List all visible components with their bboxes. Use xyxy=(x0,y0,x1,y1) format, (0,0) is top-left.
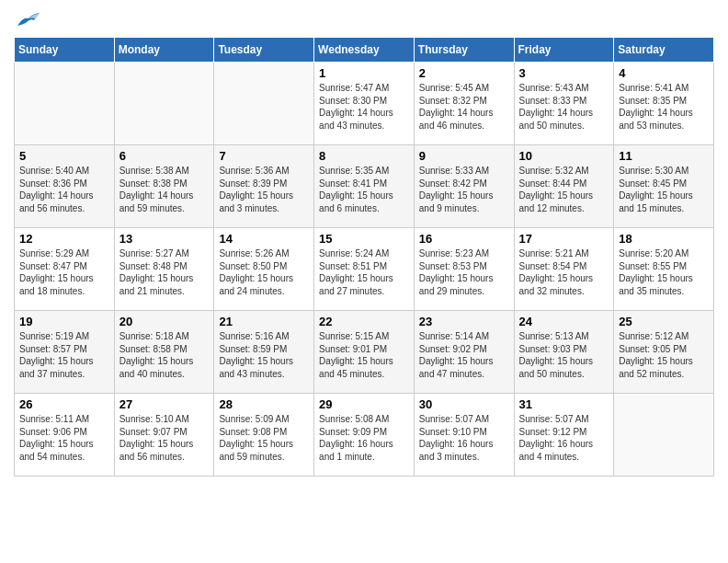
day-info: Sunrise: 5:35 AM Sunset: 8:41 PM Dayligh… xyxy=(319,165,409,214)
day-info: Sunrise: 5:13 AM Sunset: 9:03 PM Dayligh… xyxy=(519,330,609,380)
day-number: 2 xyxy=(419,66,509,80)
day-info: Sunrise: 5:16 AM Sunset: 8:59 PM Dayligh… xyxy=(219,330,309,380)
day-number: 16 xyxy=(419,232,509,246)
calendar-week-row: 19Sunrise: 5:19 AM Sunset: 8:57 PM Dayli… xyxy=(15,311,714,394)
calendar-cell: 10Sunrise: 5:32 AM Sunset: 8:44 PM Dayli… xyxy=(514,145,614,228)
calendar-cell: 27Sunrise: 5:10 AM Sunset: 9:07 PM Dayli… xyxy=(114,394,214,477)
day-header-wednesday: Wednesday xyxy=(314,38,415,63)
day-info: Sunrise: 5:07 AM Sunset: 9:12 PM Dayligh… xyxy=(519,413,609,463)
logo xyxy=(14,9,41,29)
calendar-cell: 28Sunrise: 5:09 AM Sunset: 9:08 PM Dayli… xyxy=(214,394,314,477)
day-info: Sunrise: 5:26 AM Sunset: 8:50 PM Dayligh… xyxy=(219,247,309,297)
day-number: 1 xyxy=(319,66,409,80)
day-info: Sunrise: 5:27 AM Sunset: 8:48 PM Dayligh… xyxy=(119,247,210,297)
calendar-cell xyxy=(214,63,314,145)
calendar-header: SundayMondayTuesdayWednesdayThursdayFrid… xyxy=(15,38,714,63)
calendar-cell: 23Sunrise: 5:14 AM Sunset: 9:02 PM Dayli… xyxy=(414,311,514,394)
calendar-table: SundayMondayTuesdayWednesdayThursdayFrid… xyxy=(14,37,714,477)
calendar-cell: 16Sunrise: 5:23 AM Sunset: 8:53 PM Dayli… xyxy=(414,228,514,311)
day-info: Sunrise: 5:09 AM Sunset: 9:08 PM Dayligh… xyxy=(219,413,309,463)
day-info: Sunrise: 5:30 AM Sunset: 8:45 PM Dayligh… xyxy=(619,165,709,214)
day-number: 17 xyxy=(519,232,609,246)
calendar-cell: 13Sunrise: 5:27 AM Sunset: 8:48 PM Dayli… xyxy=(114,228,214,311)
day-number: 4 xyxy=(619,66,709,80)
calendar-cell: 5Sunrise: 5:40 AM Sunset: 8:36 PM Daylig… xyxy=(15,145,115,228)
day-header-friday: Friday xyxy=(514,38,614,63)
calendar-cell: 29Sunrise: 5:08 AM Sunset: 9:09 PM Dayli… xyxy=(314,394,415,477)
day-info: Sunrise: 5:38 AM Sunset: 8:38 PM Dayligh… xyxy=(119,165,210,214)
calendar-cell xyxy=(114,63,214,145)
day-info: Sunrise: 5:32 AM Sunset: 8:44 PM Dayligh… xyxy=(519,165,609,214)
calendar-cell: 2Sunrise: 5:45 AM Sunset: 8:32 PM Daylig… xyxy=(414,63,514,145)
calendar-week-row: 5Sunrise: 5:40 AM Sunset: 8:36 PM Daylig… xyxy=(15,145,714,228)
calendar-cell: 19Sunrise: 5:19 AM Sunset: 8:57 PM Dayli… xyxy=(15,311,115,394)
day-info: Sunrise: 5:43 AM Sunset: 8:33 PM Dayligh… xyxy=(519,82,609,132)
calendar-cell: 8Sunrise: 5:35 AM Sunset: 8:41 PM Daylig… xyxy=(314,145,415,228)
calendar-cell: 6Sunrise: 5:38 AM Sunset: 8:38 PM Daylig… xyxy=(114,145,214,228)
calendar-cell: 11Sunrise: 5:30 AM Sunset: 8:45 PM Dayli… xyxy=(614,145,714,228)
calendar-cell: 20Sunrise: 5:18 AM Sunset: 8:58 PM Dayli… xyxy=(114,311,214,394)
day-number: 25 xyxy=(619,315,709,328)
day-number: 5 xyxy=(19,149,109,163)
calendar-cell: 15Sunrise: 5:24 AM Sunset: 8:51 PM Dayli… xyxy=(314,228,415,311)
day-number: 9 xyxy=(419,149,509,163)
day-number: 14 xyxy=(219,232,309,246)
page-header xyxy=(14,9,714,29)
calendar-cell: 21Sunrise: 5:16 AM Sunset: 8:59 PM Dayli… xyxy=(214,311,314,394)
day-info: Sunrise: 5:23 AM Sunset: 8:53 PM Dayligh… xyxy=(419,247,509,297)
day-number: 21 xyxy=(219,315,309,328)
calendar-week-row: 1Sunrise: 5:47 AM Sunset: 8:30 PM Daylig… xyxy=(15,63,714,145)
calendar-cell: 22Sunrise: 5:15 AM Sunset: 9:01 PM Dayli… xyxy=(314,311,415,394)
day-number: 27 xyxy=(119,397,210,411)
calendar-week-row: 12Sunrise: 5:29 AM Sunset: 8:47 PM Dayli… xyxy=(15,228,714,311)
calendar-cell: 14Sunrise: 5:26 AM Sunset: 8:50 PM Dayli… xyxy=(214,228,314,311)
calendar-cell: 12Sunrise: 5:29 AM Sunset: 8:47 PM Dayli… xyxy=(15,228,115,311)
day-header-saturday: Saturday xyxy=(614,38,714,63)
day-number: 19 xyxy=(19,315,109,328)
day-info: Sunrise: 5:11 AM Sunset: 9:06 PM Dayligh… xyxy=(19,413,109,463)
day-number: 30 xyxy=(419,397,509,411)
day-info: Sunrise: 5:20 AM Sunset: 8:55 PM Dayligh… xyxy=(619,247,709,297)
calendar-body: 1Sunrise: 5:47 AM Sunset: 8:30 PM Daylig… xyxy=(15,63,714,477)
day-number: 31 xyxy=(519,397,609,411)
day-number: 7 xyxy=(219,149,309,163)
logo-bird-icon xyxy=(16,9,41,29)
calendar-cell xyxy=(614,394,714,477)
day-number: 22 xyxy=(319,315,409,328)
day-number: 3 xyxy=(519,66,609,80)
day-number: 6 xyxy=(119,149,210,163)
calendar-cell: 18Sunrise: 5:20 AM Sunset: 8:55 PM Dayli… xyxy=(614,228,714,311)
day-number: 20 xyxy=(119,315,210,328)
calendar-cell: 4Sunrise: 5:41 AM Sunset: 8:35 PM Daylig… xyxy=(614,63,714,145)
day-number: 26 xyxy=(19,397,109,411)
day-info: Sunrise: 5:47 AM Sunset: 8:30 PM Dayligh… xyxy=(319,82,409,132)
day-info: Sunrise: 5:40 AM Sunset: 8:36 PM Dayligh… xyxy=(19,165,109,214)
calendar-cell xyxy=(15,63,115,145)
calendar-cell: 7Sunrise: 5:36 AM Sunset: 8:39 PM Daylig… xyxy=(214,145,314,228)
day-info: Sunrise: 5:41 AM Sunset: 8:35 PM Dayligh… xyxy=(619,82,709,132)
day-info: Sunrise: 5:19 AM Sunset: 8:57 PM Dayligh… xyxy=(19,330,109,380)
day-header-thursday: Thursday xyxy=(414,38,514,63)
day-header-tuesday: Tuesday xyxy=(214,38,314,63)
day-number: 12 xyxy=(19,232,109,246)
day-number: 10 xyxy=(519,149,609,163)
calendar-cell: 17Sunrise: 5:21 AM Sunset: 8:54 PM Dayli… xyxy=(514,228,614,311)
day-number: 11 xyxy=(619,149,709,163)
day-info: Sunrise: 5:45 AM Sunset: 8:32 PM Dayligh… xyxy=(419,82,509,132)
calendar-cell: 24Sunrise: 5:13 AM Sunset: 9:03 PM Dayli… xyxy=(514,311,614,394)
day-number: 24 xyxy=(519,315,609,328)
day-number: 29 xyxy=(319,397,409,411)
day-info: Sunrise: 5:21 AM Sunset: 8:54 PM Dayligh… xyxy=(519,247,609,297)
header-row: SundayMondayTuesdayWednesdayThursdayFrid… xyxy=(15,38,714,63)
calendar-cell: 9Sunrise: 5:33 AM Sunset: 8:42 PM Daylig… xyxy=(414,145,514,228)
calendar-cell: 1Sunrise: 5:47 AM Sunset: 8:30 PM Daylig… xyxy=(314,63,415,145)
calendar-cell: 26Sunrise: 5:11 AM Sunset: 9:06 PM Dayli… xyxy=(15,394,115,477)
day-info: Sunrise: 5:14 AM Sunset: 9:02 PM Dayligh… xyxy=(419,330,509,380)
calendar-cell: 30Sunrise: 5:07 AM Sunset: 9:10 PM Dayli… xyxy=(414,394,514,477)
day-info: Sunrise: 5:12 AM Sunset: 9:05 PM Dayligh… xyxy=(619,330,709,380)
day-info: Sunrise: 5:07 AM Sunset: 9:10 PM Dayligh… xyxy=(419,413,509,463)
calendar-cell: 31Sunrise: 5:07 AM Sunset: 9:12 PM Dayli… xyxy=(514,394,614,477)
day-number: 23 xyxy=(419,315,509,328)
day-number: 28 xyxy=(219,397,309,411)
day-info: Sunrise: 5:33 AM Sunset: 8:42 PM Dayligh… xyxy=(419,165,509,214)
